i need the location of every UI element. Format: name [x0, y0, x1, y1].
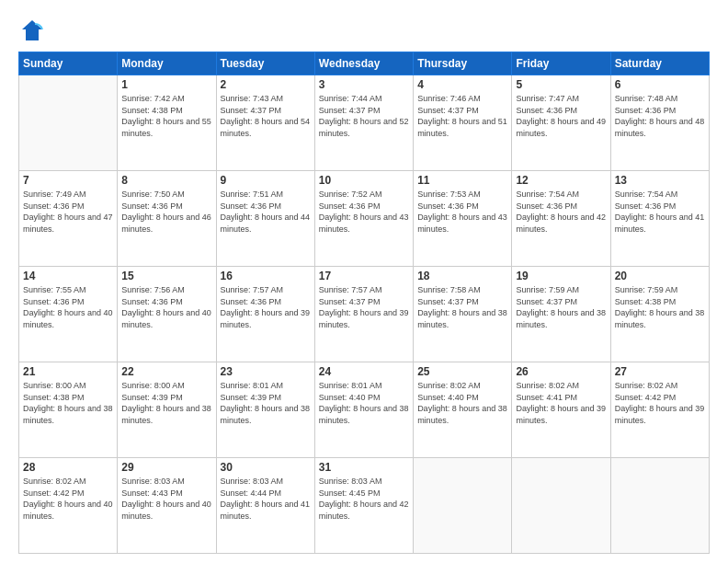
day-number: 9 [221, 174, 311, 187]
calendar-cell: 4Sunrise: 7:46 AMSunset: 4:37 PMDaylight… [414, 75, 512, 171]
day-number: 13 [615, 174, 705, 187]
cell-content: Sunrise: 7:59 AMSunset: 4:37 PMDaylight:… [516, 284, 606, 330]
cell-content: Sunrise: 7:44 AMSunset: 4:37 PMDaylight:… [319, 93, 409, 139]
calendar-cell [610, 458, 709, 554]
day-number: 29 [121, 461, 211, 474]
day-number: 2 [221, 78, 311, 91]
calendar-cell [512, 458, 610, 554]
cell-content: Sunrise: 7:43 AMSunset: 4:37 PMDaylight:… [221, 93, 311, 139]
day-number: 30 [221, 461, 311, 474]
cell-content: Sunrise: 7:52 AMSunset: 4:36 PMDaylight:… [319, 189, 409, 235]
cell-content: Sunrise: 7:42 AMSunset: 4:38 PMDaylight:… [121, 93, 211, 139]
cell-content: Sunrise: 8:00 AMSunset: 4:39 PMDaylight:… [121, 380, 211, 426]
calendar-cell: 27Sunrise: 8:02 AMSunset: 4:42 PMDayligh… [610, 362, 709, 458]
calendar-cell: 23Sunrise: 8:01 AMSunset: 4:39 PMDayligh… [216, 362, 314, 458]
calendar-cell: 16Sunrise: 7:57 AMSunset: 4:36 PMDayligh… [216, 267, 314, 362]
calendar-cell: 29Sunrise: 8:03 AMSunset: 4:43 PMDayligh… [118, 458, 216, 554]
cell-content: Sunrise: 8:01 AMSunset: 4:40 PMDaylight:… [319, 380, 409, 426]
week-row-3: 14Sunrise: 7:55 AMSunset: 4:36 PMDayligh… [19, 267, 710, 362]
day-number: 16 [221, 270, 311, 282]
day-number: 7 [23, 174, 113, 187]
calendar-cell: 20Sunrise: 7:59 AMSunset: 4:38 PMDayligh… [610, 267, 709, 362]
calendar-cell: 7Sunrise: 7:49 AMSunset: 4:36 PMDaylight… [19, 171, 118, 267]
logo [18, 17, 50, 44]
calendar-cell: 17Sunrise: 7:57 AMSunset: 4:37 PMDayligh… [314, 267, 413, 362]
logo-icon [18, 17, 46, 44]
day-number: 10 [319, 174, 409, 187]
calendar-cell: 12Sunrise: 7:54 AMSunset: 4:36 PMDayligh… [512, 171, 610, 267]
calendar-header-row: SundayMondayTuesdayWednesdayThursdayFrid… [19, 52, 710, 75]
calendar-cell: 30Sunrise: 8:03 AMSunset: 4:44 PMDayligh… [216, 458, 314, 554]
week-row-1: 1Sunrise: 7:42 AMSunset: 4:38 PMDaylight… [19, 75, 710, 171]
calendar-cell: 15Sunrise: 7:56 AMSunset: 4:36 PMDayligh… [118, 267, 216, 362]
col-header-wednesday: Wednesday [314, 52, 413, 75]
cell-content: Sunrise: 7:57 AMSunset: 4:36 PMDaylight:… [221, 284, 311, 330]
cell-content: Sunrise: 7:47 AMSunset: 4:36 PMDaylight:… [516, 93, 606, 139]
calendar-cell: 11Sunrise: 7:53 AMSunset: 4:36 PMDayligh… [414, 171, 512, 267]
svg-marker-0 [22, 20, 42, 40]
cell-content: Sunrise: 7:51 AMSunset: 4:36 PMDaylight:… [221, 189, 311, 235]
calendar-cell: 6Sunrise: 7:48 AMSunset: 4:36 PMDaylight… [610, 75, 709, 171]
calendar-cell: 22Sunrise: 8:00 AMSunset: 4:39 PMDayligh… [118, 362, 216, 458]
week-row-4: 21Sunrise: 8:00 AMSunset: 4:38 PMDayligh… [19, 362, 710, 458]
day-number: 6 [615, 78, 705, 91]
day-number: 18 [417, 270, 507, 282]
header [18, 17, 710, 44]
cell-content: Sunrise: 8:02 AMSunset: 4:42 PMDaylight:… [615, 380, 705, 426]
col-header-thursday: Thursday [414, 52, 512, 75]
calendar-cell: 28Sunrise: 8:02 AMSunset: 4:42 PMDayligh… [19, 458, 118, 554]
calendar-cell: 5Sunrise: 7:47 AMSunset: 4:36 PMDaylight… [512, 75, 610, 171]
calendar-cell: 24Sunrise: 8:01 AMSunset: 4:40 PMDayligh… [314, 362, 413, 458]
calendar-cell: 2Sunrise: 7:43 AMSunset: 4:37 PMDaylight… [216, 75, 314, 171]
day-number: 8 [121, 174, 211, 187]
cell-content: Sunrise: 8:02 AMSunset: 4:42 PMDaylight:… [23, 476, 113, 522]
calendar-cell: 3Sunrise: 7:44 AMSunset: 4:37 PMDaylight… [314, 75, 413, 171]
cell-content: Sunrise: 7:57 AMSunset: 4:37 PMDaylight:… [319, 284, 409, 330]
cell-content: Sunrise: 7:59 AMSunset: 4:38 PMDaylight:… [615, 284, 705, 330]
day-number: 27 [615, 365, 705, 378]
calendar-cell: 10Sunrise: 7:52 AMSunset: 4:36 PMDayligh… [314, 171, 413, 267]
day-number: 26 [516, 365, 606, 378]
col-header-tuesday: Tuesday [216, 52, 314, 75]
cell-content: Sunrise: 7:50 AMSunset: 4:36 PMDaylight:… [121, 189, 211, 235]
cell-content: Sunrise: 8:02 AMSunset: 4:40 PMDaylight:… [417, 380, 507, 426]
cell-content: Sunrise: 8:02 AMSunset: 4:41 PMDaylight:… [516, 380, 606, 426]
cell-content: Sunrise: 8:03 AMSunset: 4:45 PMDaylight:… [319, 476, 409, 522]
day-number: 23 [221, 365, 311, 378]
day-number: 1 [121, 78, 211, 91]
page: SundayMondayTuesdayWednesdayThursdayFrid… [0, 0, 728, 563]
day-number: 22 [121, 365, 211, 378]
calendar-cell: 25Sunrise: 8:02 AMSunset: 4:40 PMDayligh… [414, 362, 512, 458]
day-number: 11 [417, 174, 507, 187]
day-number: 21 [23, 365, 113, 378]
day-number: 12 [516, 174, 606, 187]
cell-content: Sunrise: 7:55 AMSunset: 4:36 PMDaylight:… [23, 284, 113, 330]
day-number: 31 [319, 461, 409, 474]
day-number: 14 [23, 270, 113, 282]
cell-content: Sunrise: 7:53 AMSunset: 4:36 PMDaylight:… [417, 189, 507, 235]
calendar-cell: 8Sunrise: 7:50 AMSunset: 4:36 PMDaylight… [118, 171, 216, 267]
cell-content: Sunrise: 7:56 AMSunset: 4:36 PMDaylight:… [121, 284, 211, 330]
day-number: 24 [319, 365, 409, 378]
cell-content: Sunrise: 7:49 AMSunset: 4:36 PMDaylight:… [23, 189, 113, 235]
calendar-cell: 9Sunrise: 7:51 AMSunset: 4:36 PMDaylight… [216, 171, 314, 267]
cell-content: Sunrise: 7:58 AMSunset: 4:37 PMDaylight:… [417, 284, 507, 330]
day-number: 20 [615, 270, 705, 282]
cell-content: Sunrise: 7:54 AMSunset: 4:36 PMDaylight:… [615, 189, 705, 235]
cell-content: Sunrise: 8:00 AMSunset: 4:38 PMDaylight:… [23, 380, 113, 426]
cell-content: Sunrise: 7:54 AMSunset: 4:36 PMDaylight:… [516, 189, 606, 235]
calendar-cell [414, 458, 512, 554]
cell-content: Sunrise: 8:03 AMSunset: 4:44 PMDaylight:… [221, 476, 311, 522]
col-header-friday: Friday [512, 52, 610, 75]
calendar-cell: 1Sunrise: 7:42 AMSunset: 4:38 PMDaylight… [118, 75, 216, 171]
calendar-cell: 26Sunrise: 8:02 AMSunset: 4:41 PMDayligh… [512, 362, 610, 458]
week-row-2: 7Sunrise: 7:49 AMSunset: 4:36 PMDaylight… [19, 171, 710, 267]
cell-content: Sunrise: 7:46 AMSunset: 4:37 PMDaylight:… [417, 93, 507, 139]
day-number: 25 [417, 365, 507, 378]
cell-content: Sunrise: 7:48 AMSunset: 4:36 PMDaylight:… [615, 93, 705, 139]
calendar-cell: 19Sunrise: 7:59 AMSunset: 4:37 PMDayligh… [512, 267, 610, 362]
calendar-cell: 13Sunrise: 7:54 AMSunset: 4:36 PMDayligh… [610, 171, 709, 267]
day-number: 17 [319, 270, 409, 282]
calendar-cell: 14Sunrise: 7:55 AMSunset: 4:36 PMDayligh… [19, 267, 118, 362]
calendar-cell: 21Sunrise: 8:00 AMSunset: 4:38 PMDayligh… [19, 362, 118, 458]
